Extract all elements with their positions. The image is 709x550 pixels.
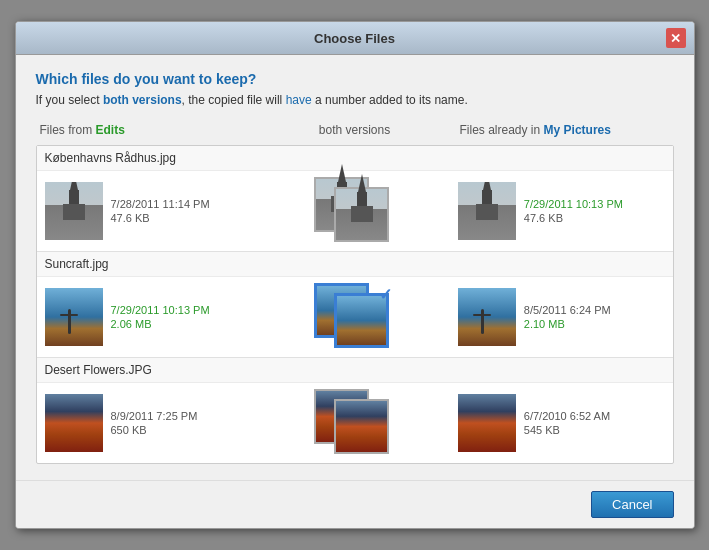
suncraft-left-info: 7/29/2011 10:13 PM 2.06 MB <box>45 288 252 346</box>
church-left-size: 47.6 KB <box>111 212 210 224</box>
file-name-suncraft: Suncraft.jpg <box>37 252 673 277</box>
suncraft-left-thumb <box>45 288 103 346</box>
flowers-right-meta: 6/7/2010 6:52 AM 545 KB <box>524 410 610 436</box>
my-pictures-label: My Pictures <box>544 123 611 137</box>
col-header-right: Files already in My Pictures <box>460 123 670 137</box>
file-preview-flowers: 8/9/2011 7:25 PM 650 KB <box>37 383 673 463</box>
suncraft-right-info: 8/5/2011 6:24 PM 2.10 MB <box>458 288 665 346</box>
flowers-both-thumbs[interactable] <box>314 389 394 457</box>
edits-label: Edits <box>96 123 125 137</box>
cancel-button[interactable]: Cancel <box>591 491 673 518</box>
file-section-church: Københavns Rådhus.jpg <box>37 146 673 252</box>
church-both-thumbs[interactable] <box>314 177 394 245</box>
suncraft-right-date: 8/5/2011 6:24 PM <box>524 304 611 316</box>
check-icon: ✓ <box>379 285 392 304</box>
church-right-info: 7/29/2011 10:13 PM 47.6 KB <box>458 182 665 240</box>
subtitle-both: both versions <box>103 93 182 107</box>
subtitle-text: If you select both versions, the copied … <box>36 93 674 107</box>
church-left-meta: 7/28/2011 11:14 PM 47.6 KB <box>111 198 210 224</box>
flowers-left-thumb <box>45 394 103 452</box>
suncraft-left-date: 7/29/2011 10:13 PM <box>111 304 210 316</box>
subtitle-mid: , the copied file will <box>182 93 286 107</box>
suncraft-left-size: 2.06 MB <box>111 318 210 330</box>
subtitle-post: a number added to its name. <box>312 93 468 107</box>
flowers-right-size: 545 KB <box>524 424 610 436</box>
flowers-right-info: 6/7/2010 6:52 AM 545 KB <box>458 394 665 452</box>
flowers-left-info: 8/9/2011 7:25 PM 650 KB <box>45 394 252 452</box>
flowers-left-size: 650 KB <box>111 424 198 436</box>
choose-files-dialog: Choose Files ✕ Which files do you want t… <box>15 21 695 529</box>
file-name-flowers: Desert Flowers.JPG <box>37 358 673 383</box>
church-both-thumb-front <box>334 187 389 242</box>
subtitle-have: have <box>286 93 312 107</box>
church-both-col[interactable] <box>251 177 458 245</box>
col-header-left: Files from Edits <box>40 123 250 137</box>
col-header-center: both versions <box>250 123 460 137</box>
suncraft-right-meta: 8/5/2011 6:24 PM 2.10 MB <box>524 304 611 330</box>
church-right-meta: 7/29/2011 10:13 PM 47.6 KB <box>524 198 623 224</box>
flowers-right-thumb <box>458 394 516 452</box>
suncraft-right-size: 2.10 MB <box>524 318 611 330</box>
file-section-flowers: Desert Flowers.JPG 8/9/2011 7:25 PM 650 … <box>37 358 673 463</box>
flowers-both-thumb-front <box>334 399 389 454</box>
flowers-left-date: 8/9/2011 7:25 PM <box>111 410 198 422</box>
file-preview-suncraft: 7/29/2011 10:13 PM 2.06 MB <box>37 277 673 357</box>
church-right-date: 7/29/2011 10:13 PM <box>524 198 623 210</box>
suncraft-right-thumb <box>458 288 516 346</box>
subtitle-pre: If you select <box>36 93 103 107</box>
flowers-left-meta: 8/9/2011 7:25 PM 650 KB <box>111 410 198 436</box>
column-headers: Files from Edits both versions Files alr… <box>36 123 674 137</box>
church-right-size: 47.6 KB <box>524 212 623 224</box>
question-text: Which files do you want to keep? <box>36 71 674 87</box>
suncraft-both-thumbs[interactable]: ✓ <box>314 283 394 351</box>
church-left-info: 7/28/2011 11:14 PM 47.6 KB <box>45 182 252 240</box>
church-right-thumb <box>458 182 516 240</box>
suncraft-left-meta: 7/29/2011 10:13 PM 2.06 MB <box>111 304 210 330</box>
dialog-body: Which files do you want to keep? If you … <box>16 55 694 480</box>
church-left-date: 7/28/2011 11:14 PM <box>111 198 210 210</box>
file-preview-church: 7/28/2011 11:14 PM 47.6 KB <box>37 171 673 251</box>
suncraft-both-col[interactable]: ✓ <box>251 283 458 351</box>
flowers-both-col[interactable] <box>251 389 458 457</box>
file-section-suncraft: Suncraft.jpg 7/29/2011 10:13 PM 2.06 MB <box>37 252 673 358</box>
file-name-church: Københavns Rådhus.jpg <box>37 146 673 171</box>
file-list: Københavns Rådhus.jpg <box>36 145 674 464</box>
flowers-right-date: 6/7/2010 6:52 AM <box>524 410 610 422</box>
church-left-thumb <box>45 182 103 240</box>
dialog-title: Choose Files <box>44 31 666 46</box>
dialog-footer: Cancel <box>16 480 694 528</box>
close-button[interactable]: ✕ <box>666 28 686 48</box>
title-bar: Choose Files ✕ <box>16 22 694 55</box>
